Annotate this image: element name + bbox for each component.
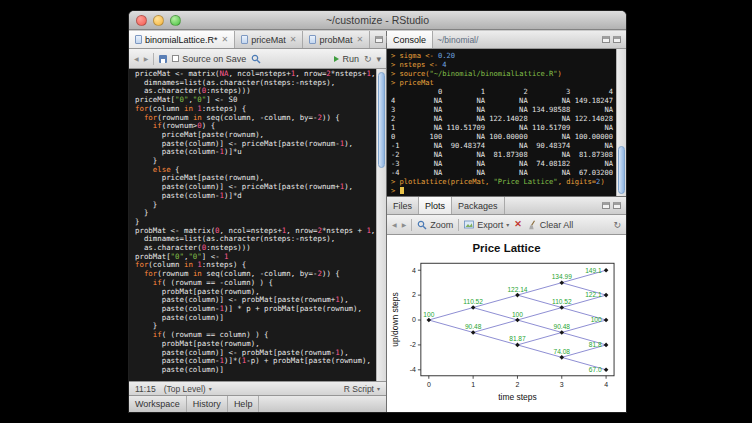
lattice-node: [427, 318, 432, 323]
console-scrollbar[interactable]: [616, 49, 626, 196]
export-button[interactable]: Export ▾: [464, 220, 509, 230]
source-on-save-toggle[interactable]: Source on Save: [172, 54, 246, 64]
file-type-label: R Script: [344, 384, 374, 394]
toolbar-divider: [153, 53, 154, 65]
tab-help[interactable]: Help: [228, 396, 260, 412]
plot-title: Price Lattice: [472, 242, 540, 254]
code-text[interactable]: priceMat <- matrix(NA, ncol=nsteps+1, nr…: [135, 70, 375, 381]
editor-tab-binomiallattice[interactable]: binomialLattice.R* ✕: [129, 31, 235, 48]
tab-console[interactable]: Console: [387, 31, 433, 48]
y-tick-label: 0: [412, 316, 416, 323]
file-type-selector[interactable]: R Script ▾: [344, 384, 380, 394]
clear-all-button[interactable]: Clear All: [527, 220, 574, 230]
toolbar-divider: [411, 219, 412, 231]
data-file-icon: [241, 35, 248, 44]
editor-tabbar: binomialLattice.R* ✕ priceMat ✕ probMat …: [129, 31, 386, 49]
node-value-label: 110.52: [463, 298, 483, 305]
lattice-node: [604, 368, 609, 373]
tab-packages[interactable]: Packages: [452, 197, 505, 214]
files-tabbar: Files Plots Packages: [387, 197, 626, 215]
editor-scrollbar[interactable]: [376, 69, 386, 381]
tab-label: Help: [234, 399, 253, 409]
node-value-label: 110.52: [552, 298, 572, 305]
zoom-icon: [417, 220, 427, 230]
tab-files[interactable]: Files: [387, 197, 419, 214]
code-editor[interactable]: priceMat <- matrix(NA, ncol=nsteps+1, nr…: [129, 69, 386, 381]
zoom-button[interactable]: Zoom: [417, 220, 453, 230]
console-output[interactable]: > sigma <- 0.20> nsteps <- 4> source("~/…: [387, 49, 626, 196]
minimize-pane-icon[interactable]: [602, 202, 610, 209]
chevron-down-icon: ▾: [209, 385, 212, 392]
plot-area: Price Lattice01234-4-2024time stepsup/do…: [387, 235, 626, 413]
next-plot-icon[interactable]: ▶: [402, 221, 407, 228]
pane-controls: [597, 31, 626, 48]
editor-tab-label: priceMat: [251, 35, 286, 45]
scope-selector[interactable]: (Top Level) ▾: [164, 384, 212, 394]
source-on-save-label: Source on Save: [182, 54, 246, 64]
close-window-button[interactable]: [136, 15, 147, 26]
node-value-label: 81.8: [589, 341, 602, 348]
lattice-node: [515, 293, 520, 298]
console-tabbar: Console ~/binomial/: [387, 31, 626, 49]
zoom-window-button[interactable]: [170, 15, 181, 26]
maximize-pane-icon[interactable]: [613, 36, 621, 43]
source-menu-icon[interactable]: ▾: [376, 54, 381, 64]
editor-toolbar: ◀ ▶ Source on Save Run ↻ ▾: [129, 49, 386, 69]
previous-plot-icon[interactable]: ◀: [392, 221, 397, 228]
minimize-window-button[interactable]: [153, 15, 164, 26]
console-text[interactable]: > sigma <- 0.20> nsteps <- 4> source("~/…: [391, 51, 615, 196]
rerun-icon[interactable]: ↻: [364, 54, 372, 64]
source-on-save-checkbox[interactable]: [172, 55, 179, 62]
node-value-label: 90.48: [465, 323, 482, 330]
refresh-icon[interactable]: ↻: [613, 220, 621, 230]
close-tab-icon[interactable]: ✕: [221, 36, 229, 44]
save-icon[interactable]: [159, 55, 167, 63]
y-tick-label: 4: [412, 267, 416, 274]
price-lattice-plot: Price Lattice01234-4-2024time stepsup/do…: [387, 235, 626, 413]
minimize-pane-icon[interactable]: [602, 36, 610, 43]
cursor-position: 11:15: [135, 384, 156, 394]
tab-label: Workspace: [135, 399, 180, 409]
lattice-node: [559, 330, 564, 335]
tab-plots[interactable]: Plots: [419, 197, 452, 214]
tab-workspace[interactable]: Workspace: [129, 396, 187, 412]
run-button[interactable]: Run: [334, 54, 359, 64]
minimize-pane-icon[interactable]: [375, 36, 383, 43]
export-label: Export: [477, 220, 503, 230]
editor-tab-probmat[interactable]: probMat ✕: [303, 31, 370, 48]
editor-scrollbar-thumb[interactable]: [378, 72, 385, 168]
lattice-node: [604, 343, 609, 348]
editor-tab-pricemat[interactable]: priceMat ✕: [235, 31, 303, 48]
editor-statusbar: 11:15 (Top Level) ▾ R Script ▾: [129, 381, 386, 395]
console-tab-label: Console: [393, 35, 426, 45]
right-column: Console ~/binomial/ > sigma <- 0.20> nst…: [387, 31, 626, 412]
node-value-label: 100: [423, 311, 434, 318]
console-scrollbar-thumb[interactable]: [618, 146, 625, 194]
remove-plot-icon[interactable]: ✕: [514, 220, 522, 229]
close-tab-icon[interactable]: ✕: [289, 36, 297, 44]
back-icon[interactable]: ◀: [134, 55, 139, 62]
search-icon[interactable]: [251, 54, 261, 64]
x-tick-label: 1: [471, 381, 475, 388]
tab-label: Packages: [458, 201, 498, 211]
node-value-label: 122.1: [585, 291, 602, 298]
chevron-down-icon: ▾: [506, 221, 509, 228]
tab-history[interactable]: History: [187, 396, 228, 412]
bottom-left-tabbar: Workspace History Help: [129, 395, 386, 412]
data-file-icon: [309, 35, 316, 44]
plots-toolbar: ◀ ▶ Zoom Export ▾ ✕: [387, 215, 626, 235]
lattice-node: [515, 318, 520, 323]
maximize-pane-icon[interactable]: [613, 202, 621, 209]
x-tick-label: 0: [427, 381, 431, 388]
node-value-label: 100: [512, 311, 523, 318]
clear-all-label: Clear All: [540, 220, 574, 230]
forward-icon[interactable]: ▶: [144, 55, 149, 62]
window-titlebar[interactable]: ~/customize - RStudio: [129, 11, 626, 30]
lattice-node: [604, 293, 609, 298]
node-value-label: 149.1: [585, 267, 602, 274]
desktop-background: ~/customize - RStudio binomialLattice.R*…: [0, 0, 752, 423]
node-value-label: 122.14: [507, 286, 527, 293]
lattice-node: [471, 330, 476, 335]
x-tick-label: 2: [516, 381, 520, 388]
close-tab-icon[interactable]: ✕: [356, 36, 364, 44]
